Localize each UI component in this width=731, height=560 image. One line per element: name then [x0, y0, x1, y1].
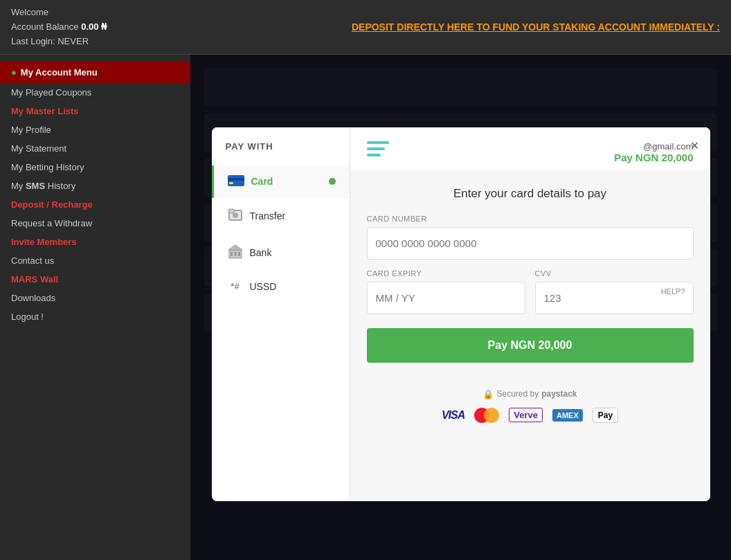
- form-title: Enter your card details to pay: [367, 187, 694, 201]
- payment-logos: VISA Verve AMEX Pay: [367, 408, 694, 423]
- ussd-icon: *#: [228, 281, 243, 291]
- svg-rect-2: [229, 182, 233, 184]
- svg-rect-5: [228, 209, 234, 213]
- sidebar-item-played-coupons[interactable]: My Played Coupons: [0, 83, 190, 102]
- payment-modal: PAY WITH Card: [212, 127, 710, 501]
- card-active-dot: [329, 178, 336, 185]
- sidebar-item-mars-wall[interactable]: MARS Wall: [0, 270, 190, 289]
- content-area: PAY WITH Card: [190, 55, 731, 560]
- pay-button[interactable]: Pay NGN 20,000: [367, 328, 694, 363]
- amex-logo: AMEX: [552, 409, 583, 422]
- sidebar-item-downloads[interactable]: Downloads: [0, 289, 190, 307]
- transfer-icon: [228, 208, 243, 225]
- sidebar-item-logout[interactable]: Logout !: [0, 307, 190, 326]
- payment-method-card[interactable]: Card: [212, 165, 350, 198]
- sidebar-menu-title: My Account Menu: [0, 62, 190, 83]
- header-amount: Pay NGN 20,000: [614, 152, 693, 163]
- mastercard-orange-circle: [484, 408, 499, 423]
- sidebar-item-betting-history[interactable]: My Betting History: [0, 158, 190, 177]
- expiry-cvv-row: CARD EXPIRY CVV HELP?: [367, 269, 694, 324]
- account-balance: Account Balance 0.00 ₦: [11, 20, 107, 35]
- mastercard-logo: [474, 408, 499, 423]
- modal-header: @gmail.com Pay NGN 20,000: [350, 127, 710, 170]
- bank-label: Bank: [250, 247, 272, 258]
- sidebar-item-withdraw[interactable]: Request a Withdraw: [0, 214, 190, 233]
- card-expiry-input[interactable]: [367, 282, 525, 314]
- card-number-group: CARD NUMBER: [367, 215, 694, 260]
- paystack-bar-1: [367, 141, 389, 144]
- header-email: @gmail.com: [614, 141, 693, 152]
- user-info: Welcome Account Balance 0.00 ₦ Last Logi…: [11, 6, 107, 48]
- sidebar-item-sms-history[interactable]: My SMS History: [0, 177, 190, 195]
- visa-logo: VISA: [442, 409, 464, 422]
- cvv-label: CVV: [535, 269, 694, 278]
- card-expiry-group: CARD EXPIRY: [367, 269, 525, 314]
- secured-text: 🔒 Secured by paystack: [367, 389, 694, 399]
- modal-close-button[interactable]: ×: [691, 138, 699, 152]
- main-layout: My Account Menu My Played Coupons My Mas…: [0, 55, 731, 560]
- payment-form-panel: @gmail.com Pay NGN 20,000 × Enter your c…: [350, 127, 710, 501]
- svg-rect-9: [234, 252, 236, 256]
- sidebar-item-profile[interactable]: My Profile: [0, 120, 190, 139]
- form-body: Enter your card details to pay CARD NUMB…: [350, 170, 710, 379]
- paystack-bar-3: [367, 154, 381, 156]
- sidebar-item-master-lists[interactable]: My Master Lists: [0, 102, 190, 120]
- card-icon: [228, 175, 244, 188]
- card-expiry-label: CARD EXPIRY: [367, 269, 525, 278]
- payment-methods-panel: PAY WITH Card: [212, 127, 350, 501]
- cvv-group: CVV HELP?: [535, 269, 694, 314]
- balance-label: Account Balance: [11, 21, 79, 32]
- card-number-input[interactable]: [367, 227, 694, 260]
- last-login-label: Last Login:: [11, 36, 55, 46]
- cvv-help-link[interactable]: HELP?: [661, 287, 685, 296]
- last-login-value: NEVER: [57, 36, 89, 46]
- modal-footer: 🔒 Secured by paystack VISA Verve AMEX: [350, 379, 710, 431]
- svg-marker-7: [228, 245, 242, 250]
- page-background: Welcome Account Balance 0.00 ₦ Last Logi…: [0, 0, 731, 560]
- svg-rect-10: [238, 252, 240, 256]
- header-pay-label: Pay: [614, 152, 633, 163]
- cvv-input[interactable]: [535, 282, 694, 314]
- applepay-logo: Pay: [593, 408, 618, 423]
- svg-rect-8: [231, 252, 233, 256]
- payment-method-bank[interactable]: Bank: [212, 235, 350, 271]
- payment-method-transfer[interactable]: Transfer: [212, 198, 350, 235]
- paystack-brand: paystack: [541, 389, 577, 399]
- last-login: Last Login: NEVER: [11, 35, 107, 49]
- lock-icon: 🔒: [482, 389, 494, 399]
- transfer-label: Transfer: [250, 210, 286, 222]
- sidebar-item-statement[interactable]: My Statement: [0, 139, 190, 158]
- sidebar-item-deposit[interactable]: Deposit / Recharge: [0, 195, 190, 214]
- payment-method-ussd[interactable]: *# USSD: [212, 271, 350, 302]
- sidebar-item-invite[interactable]: Invite Members: [0, 233, 190, 251]
- paystack-bar-2: [367, 147, 385, 150]
- verve-logo: Verve: [509, 408, 543, 422]
- ussd-label: USSD: [250, 281, 277, 292]
- card-number-label: CARD NUMBER: [367, 215, 694, 223]
- card-label: Card: [251, 176, 273, 187]
- top-bar: Welcome Account Balance 0.00 ₦ Last Logi…: [0, 0, 731, 55]
- svg-rect-1: [228, 178, 244, 181]
- header-info: @gmail.com Pay NGN 20,000: [614, 141, 693, 163]
- bank-icon: [228, 244, 243, 262]
- pay-with-title: PAY WITH: [212, 141, 350, 165]
- sidebar-item-contact[interactable]: Contact us: [0, 251, 190, 270]
- secured-by-label: Secured by: [496, 389, 539, 399]
- header-amount-value: NGN 20,000: [635, 152, 693, 163]
- welcome-text: Welcome: [11, 6, 107, 20]
- sidebar: My Account Menu My Played Coupons My Mas…: [0, 55, 190, 560]
- paystack-logo: [367, 141, 389, 158]
- deposit-notice[interactable]: DEPOSIT DIRECTLY HERE TO FUND YOUR STAKI…: [352, 21, 720, 33]
- balance-value: 0.00 ₦: [81, 21, 107, 32]
